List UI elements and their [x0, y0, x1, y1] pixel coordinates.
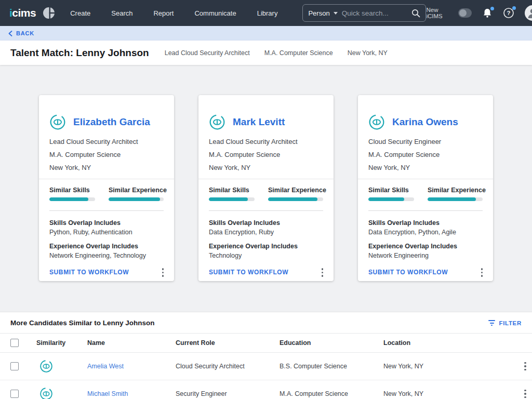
candidate-education: M.A. Computer Science — [368, 151, 483, 158]
submit-to-workflow-button[interactable]: SUBMIT TO WORKFLOW — [49, 269, 129, 276]
card-menu-button[interactable] — [478, 266, 486, 279]
similar-skills-bar — [49, 197, 95, 201]
help-badge — [512, 6, 516, 10]
user-avatar[interactable] — [525, 5, 532, 21]
quick-search-box: Person — [302, 4, 426, 22]
table-row: Michael Smith Security Engineer M.A. Com… — [0, 380, 532, 399]
candidate-card: Elizabeth Garcia Lead Cloud Security Arc… — [39, 95, 174, 281]
table-header-row: Similarity Name Current Role Education L… — [0, 333, 532, 353]
cell-current-role: Security Engineer — [176, 390, 280, 397]
cell-education: B.S. Computer Science — [280, 363, 383, 370]
back-bar: BACK — [0, 26, 532, 41]
section-title: More Candidates Similar to Lenny Johnson — [10, 319, 155, 327]
card-menu-button[interactable] — [159, 266, 167, 279]
quick-search-input[interactable] — [342, 9, 408, 17]
cell-location: New York, NY — [383, 363, 493, 370]
experience-overlap-label: Experience Overlap Includes — [368, 243, 483, 250]
skills-overlap-value: Data Encryption, Python, Agile — [368, 229, 483, 236]
row-checkbox[interactable] — [10, 362, 19, 370]
more-candidates-section: More Candidates Similar to Lenny Johnson… — [0, 312, 532, 399]
skills-overlap-value: Data Encryption, Ruby — [209, 229, 323, 236]
submit-to-workflow-button[interactable]: SUBMIT TO WORKFLOW — [368, 269, 448, 276]
search-scope-dropdown[interactable]: Person — [308, 9, 337, 17]
icims-logo[interactable]: icims — [9, 7, 36, 19]
experience-overlap-label: Experience Overlap Includes — [209, 243, 323, 250]
candidate-name-link[interactable]: Elizabeth Garcia — [73, 116, 150, 128]
brand: icims — [9, 6, 56, 20]
similar-skills-bar — [368, 197, 414, 201]
column-similarity: Similarity — [36, 339, 87, 347]
similar-experience-bar — [109, 197, 164, 201]
candidate-education: M.A. Computer Science — [209, 151, 323, 158]
candidate-role: Lead Cloud Security Architect — [49, 138, 164, 145]
talent-eye-icon — [368, 114, 385, 130]
row-checkbox[interactable] — [10, 390, 19, 398]
chevron-left-icon — [8, 31, 12, 36]
talent-eye-icon — [49, 114, 66, 130]
nav-item-communicate[interactable]: Communicate — [194, 9, 236, 17]
help-button[interactable]: ? — [503, 7, 514, 19]
experience-overlap-value: Network Engineering — [368, 252, 483, 259]
column-current-role: Current Role — [176, 339, 280, 347]
candidate-summary: Lead Cloud Security Architect M.A. Compu… — [165, 49, 388, 57]
column-location: Location — [383, 339, 493, 347]
submit-to-workflow-button[interactable]: SUBMIT TO WORKFLOW — [209, 269, 288, 276]
similar-skills-label: Similar Skills — [49, 187, 95, 194]
experience-overlap-value: Network Engineering, Technology — [49, 252, 164, 259]
candidate-role: Cloud Security Engineer — [368, 138, 483, 145]
page-title: Talent Match: Lenny Johnson — [10, 47, 149, 59]
row-menu-button[interactable] — [521, 360, 529, 373]
summary-education: M.A. Computer Science — [264, 49, 333, 57]
talent-match-cards: Elizabeth Garcia Lead Cloud Security Arc… — [0, 65, 532, 312]
similar-skills-label: Similar Skills — [368, 187, 414, 194]
row-menu-button[interactable] — [521, 388, 529, 399]
similar-experience-label: Similar Experience — [268, 187, 323, 194]
skills-overlap-value: Python, Ruby, Authentication — [49, 229, 164, 236]
candidate-card: Karina Owens Cloud Security Engineer M.A… — [358, 95, 493, 281]
select-all-checkbox[interactable] — [10, 339, 19, 347]
candidate-location: New York, NY — [368, 164, 483, 171]
summary-location: New York, NY — [348, 49, 388, 57]
back-button[interactable]: BACK — [8, 30, 34, 36]
icims-hub-icon[interactable] — [42, 6, 56, 20]
nav-item-library[interactable]: Library — [257, 9, 278, 17]
similar-skills-bar — [209, 197, 255, 201]
nav-item-search[interactable]: Search — [111, 9, 132, 17]
card-menu-button[interactable] — [318, 266, 327, 279]
filter-icon — [488, 320, 495, 326]
skills-overlap-label: Skills Overlap Includes — [209, 219, 323, 227]
similar-experience-bar — [268, 197, 323, 201]
similar-skills-label: Similar Skills — [209, 187, 255, 194]
search-scope-value: Person — [308, 9, 329, 17]
search-icon[interactable] — [411, 9, 420, 18]
table-row: Amelia West Cloud Security Architect B.S… — [0, 353, 532, 380]
talent-eye-icon — [209, 114, 225, 130]
notification-badge — [490, 7, 494, 10]
experience-overlap-value: Technology — [209, 252, 323, 259]
page-header: Talent Match: Lenny Johnson Lead Cloud S… — [0, 41, 532, 65]
experience-overlap-label: Experience Overlap Includes — [49, 243, 164, 250]
summary-role: Lead Cloud Security Architect — [165, 49, 250, 57]
candidate-location: New York, NY — [49, 164, 164, 171]
candidate-name-link[interactable]: Michael Smith — [87, 390, 176, 397]
column-education: Education — [280, 339, 383, 347]
nav-item-create[interactable]: Create — [70, 9, 90, 17]
similarity-eye-icon[interactable] — [39, 360, 53, 373]
candidate-name-link[interactable]: Mark Levitt — [233, 116, 285, 128]
new-icims-label: New iCIMS — [426, 7, 447, 19]
cell-education: M.A. Computer Science — [280, 390, 383, 397]
candidate-location: New York, NY — [209, 164, 323, 171]
filter-button[interactable]: FILTER — [488, 320, 522, 326]
similarity-eye-icon[interactable] — [39, 387, 53, 399]
candidate-name-link[interactable]: Amelia West — [87, 363, 176, 370]
candidate-role: Lead Cloud Security Architect — [209, 138, 323, 145]
candidate-education: M.A. Computer Science — [49, 151, 164, 158]
cell-location: New York, NY — [383, 390, 493, 397]
notifications-button[interactable] — [482, 8, 493, 19]
new-icims-toggle[interactable] — [458, 8, 472, 18]
nav-item-report[interactable]: Report — [153, 9, 174, 17]
candidate-name-link[interactable]: Karina Owens — [392, 116, 458, 128]
nav-menu: Create Search Report Communicate Library — [70, 9, 277, 17]
candidate-card: Mark Levitt Lead Cloud Security Architec… — [198, 95, 334, 281]
cell-current-role: Cloud Security Architect — [176, 363, 280, 370]
